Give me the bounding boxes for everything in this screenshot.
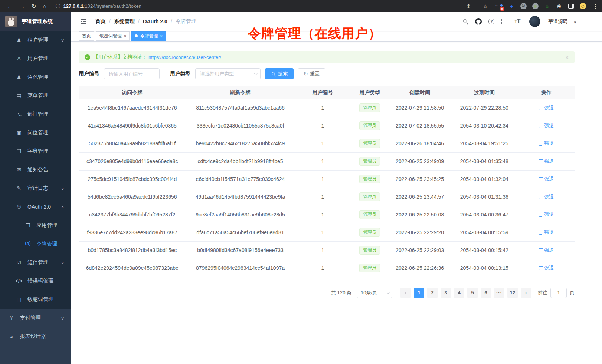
prev-page-button[interactable]: ‹ <box>400 288 411 298</box>
github-icon[interactable] <box>475 18 482 25</box>
sidebar-item[interactable]: ⚇ OAuth 2.0 ∧ <box>0 198 71 216</box>
caret-down-icon[interactable]: ▾ <box>574 20 576 25</box>
refresh-token-cell: e6cfd40eb1f54571a31e775e039c4624 <box>186 170 295 188</box>
breadcrumb-item[interactable]: 令牌管理 <box>176 18 196 25</box>
share-icon[interactable]: ↥ <box>463 3 474 10</box>
browser-reload-icon[interactable]: ↻ <box>28 3 40 10</box>
extension-flower-icon[interactable]: ❀ <box>556 3 562 10</box>
page-button[interactable]: ··· <box>494 288 504 298</box>
browser-menu-icon[interactable]: ⋮ <box>591 3 598 10</box>
sidebar-item[interactable]: ✎ 审计日志 ∨ <box>0 179 71 198</box>
extension-record-icon[interactable] <box>532 3 539 10</box>
page-button[interactable]: 12 <box>507 288 518 298</box>
alert-text: 【用户体系】文档地址： <box>94 54 147 60</box>
expire-time-cell: 2054-03-04 00:15:42 <box>451 241 518 259</box>
extension-command-icon[interactable]: ⌘ <box>520 3 527 10</box>
tab[interactable]: 首页 <box>79 31 94 41</box>
help-icon[interactable]: ? <box>488 18 495 25</box>
user-id-cell: 1 <box>295 99 350 117</box>
page-button[interactable]: 3 <box>441 288 451 298</box>
sidebar-item[interactable]: ✉ 通知公告 <box>0 161 71 179</box>
sidebar-item-label: 支付管理 <box>20 315 41 321</box>
user-type-placeholder: 请选择用户类型 <box>200 70 234 77</box>
extension-grid-icon[interactable]: ∷ ◆ 9 <box>496 3 503 10</box>
browser-back-icon[interactable]: ← <box>4 3 16 9</box>
browser-home-icon[interactable]: ⌂ <box>40 3 50 9</box>
browser-forward-icon[interactable]: → <box>16 3 28 9</box>
access-token-cell: c342377bf8b344799dcbf7bf095287f2 <box>79 206 186 224</box>
page-button[interactable]: 4 <box>454 288 464 298</box>
breadcrumb-item[interactable]: OAuth 2.0 <box>143 19 176 24</box>
extension-sidepanel-icon[interactable] <box>567 3 574 10</box>
tab-close-icon[interactable]: × <box>124 34 126 38</box>
sidebar-item[interactable]: ¥ 支付管理 ∨ <box>0 309 71 327</box>
delete-icon <box>539 159 543 163</box>
page-size-select[interactable]: 10条/页 <box>357 288 392 298</box>
page-button[interactable]: 1 <box>414 288 424 298</box>
search-icon[interactable] <box>462 18 469 25</box>
force-logout-button[interactable]: 强退 <box>539 211 554 218</box>
expire-time-cell: 2054-03-04 00:15:59 <box>451 224 518 241</box>
search-button[interactable]: 搜索 <box>265 68 294 79</box>
force-logout-button[interactable]: 强退 <box>539 229 554 236</box>
tab-close-icon[interactable]: × <box>160 34 162 38</box>
sidebar-item[interactable]: ⌥ 部门管理 <box>0 105 71 123</box>
refresh-token-cell: b0df4980ffd34c67a08f9156e4eee733 <box>186 241 295 259</box>
tab-label: 敏感词管理 <box>99 33 122 39</box>
page-button[interactable]: 6 <box>481 288 491 298</box>
extension-star-icon[interactable]: ☆ <box>544 3 550 10</box>
force-logout-button[interactable]: 强退 <box>539 176 554 182</box>
reset-button[interactable]: ↻ 重置 <box>298 68 325 79</box>
force-logout-button[interactable]: 强退 <box>539 105 554 111</box>
access-token-cell: 6d842e2924594de9a09e45e087323abe <box>79 259 186 277</box>
user-id-input[interactable] <box>104 68 160 79</box>
column-header: 访问令牌 <box>79 86 186 99</box>
breadcrumb-item[interactable]: 系统管理 <box>114 18 143 25</box>
delete-icon <box>539 248 543 252</box>
sidebar-item[interactable]: ◕ 报表设计器 <box>0 327 71 346</box>
doc-link[interactable]: https://doc.iocoder.cn/user-center/ <box>148 54 221 60</box>
user-type-cell: 管理员 <box>350 259 389 277</box>
column-header: 刷新令牌 <box>186 86 295 99</box>
sidebar-item[interactable]: ❒ 应用管理 <box>0 216 71 235</box>
sidebar-item[interactable]: ♟ 租户管理 ∨ <box>0 31 71 49</box>
sidebar-item[interactable]: ▤ 菜单管理 <box>0 86 71 105</box>
sidebar-item[interactable]: </> 错误码管理 <box>0 272 71 290</box>
site-info-icon[interactable]: ⓘ <box>56 3 60 10</box>
fullscreen-icon[interactable] <box>501 18 508 25</box>
sidebar-item[interactable]: ☑ 短信管理 ∨ <box>0 253 71 272</box>
breadcrumb-item[interactable]: 首页 <box>95 18 114 25</box>
goto-page-input[interactable] <box>550 288 567 298</box>
force-logout-button[interactable]: 强退 <box>539 140 554 147</box>
force-logout-button[interactable]: 强退 <box>539 247 554 254</box>
sidebar-item[interactable]: ♟ 角色管理 <box>0 68 71 86</box>
chevron-down-icon <box>386 290 390 294</box>
sidebar-item-label: 用户管理 <box>27 55 48 62</box>
force-logout-button[interactable]: 强退 <box>539 158 554 165</box>
force-logout-button[interactable]: 强退 <box>539 265 554 271</box>
alert-close-icon[interactable]: × <box>565 54 569 60</box>
tab[interactable]: 令牌管理 × <box>131 31 166 41</box>
force-logout-button[interactable]: 强退 <box>539 122 554 129</box>
page-button[interactable]: 2 <box>427 288 438 298</box>
username[interactable]: 芋道源码 <box>548 18 567 25</box>
sidebar-fold-icon[interactable] <box>77 18 90 25</box>
force-logout-button[interactable]: 强退 <box>539 193 554 200</box>
sidebar-item[interactable]: ⒜ 令牌管理 <box>0 235 71 253</box>
tab[interactable]: 敏感词管理 × <box>96 31 130 41</box>
sidebar-item[interactable]: ▣ 岗位管理 <box>0 123 71 142</box>
next-page-button[interactable]: › <box>521 288 531 298</box>
bookmark-star-icon[interactable]: ☆ <box>480 3 491 10</box>
profile-emoji-icon[interactable]: ☺ <box>579 3 586 10</box>
sidebar-item[interactable]: ♙ 用户管理 <box>0 49 71 68</box>
user-avatar[interactable] <box>529 16 540 27</box>
user-type-select[interactable]: 请选择用户类型 <box>195 68 261 79</box>
chevron-up: ∧ <box>60 205 64 209</box>
sidebar-item[interactable]: ◫ 敏感词管理 <box>0 290 71 309</box>
page-button[interactable]: 5 <box>467 288 478 298</box>
font-size-icon[interactable]: TT <box>514 18 521 25</box>
sidebar-item[interactable]: ❐ 字典管理 <box>0 142 71 161</box>
address-bar[interactable]: ⓘ 127.0.0.1:1024/system/oauth2/token <box>56 3 141 10</box>
extension-gem-icon[interactable]: ♦ <box>508 3 515 10</box>
app-logo[interactable]: 芋道管理系统 <box>0 12 71 31</box>
